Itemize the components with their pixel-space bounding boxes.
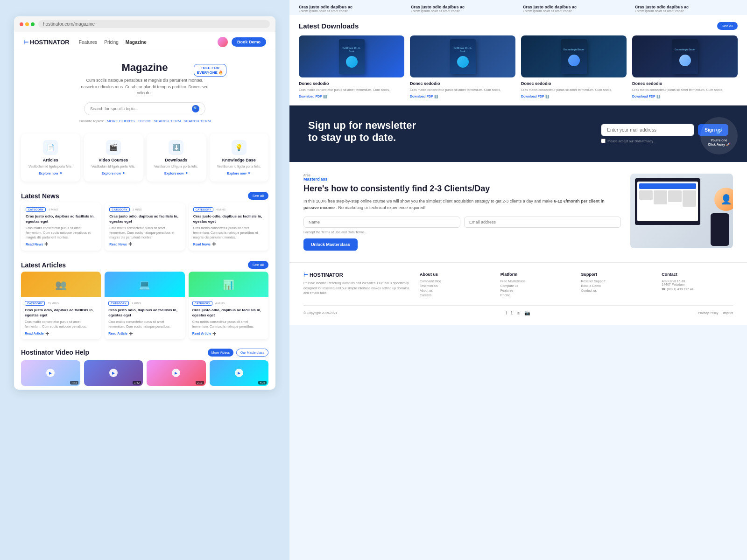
search-button[interactable]: 🔍 [192,105,199,112]
explore-articles-link[interactable]: Explore now ➤ [26,171,76,175]
top-item-title-1: Cras justo odio dapibus ac [299,5,402,9]
articles-see-all-button[interactable]: See all [248,261,268,269]
footer-policy-links: Privacy Policy Imprint [698,311,733,315]
footer-logo: ⊢ HOSTINATOR [303,272,410,278]
topic-tag-2[interactable]: EBOOK [138,119,151,123]
download-link-1[interactable]: Download PDF ℹ️ [299,95,404,98]
download-card-3: Das umliegts Binder Donec sedodio Cras m… [521,35,627,98]
imprint-link[interactable]: Imprint [723,311,733,315]
footer-col-about-title: About us [420,272,491,277]
twitter-icon[interactable]: 𝕥 [511,310,513,315]
privacy-text: Please accept our Data Privacy... [607,140,655,143]
news-read-link-3[interactable]: Read News ➕ [193,242,264,246]
video-thumb-1[interactable]: ▶ 7:43 [21,360,80,386]
explore-downloads-link[interactable]: Explore now ➤ [151,171,201,175]
footer-link-reseller-support[interactable]: Reseller Support [581,280,653,283]
cat-card-downloads[interactable]: ⬇️ Downloads Vestibulum id ligula porta … [147,133,206,182]
article-read-link-1[interactable]: Read Article ➕ [25,332,97,336]
download-link-3[interactable]: Download PDF ℹ️ [521,95,627,98]
article-card-1: 👥 CATEGORY 15 MINS Cras justo odio, dapi… [21,272,101,339]
footer-address: Am Kanal 16-18 14467 Potsdam [662,280,733,286]
top-item-2: Cras justo odio dapibus ac Lorem ipsum d… [411,5,514,13]
screen-bar-4 [683,190,696,207]
ebook-cover-3: Das umliegts Binder [561,39,587,74]
footer-col-contact: Contact Am Kanal 16-18 14467 Potsdam ☎ (… [662,272,733,298]
article-title-2: Cras justo odio, dapibus ac facilisis in… [108,308,181,318]
browser-dot-maximize[interactable] [31,22,35,26]
unlock-masterclass-button[interactable]: Unlock Masterclass [303,238,358,251]
footer-logo-icon: ⊢ [303,272,308,278]
download-cover-4: Das umliegts Binder [632,35,738,77]
video-thumb-3[interactable]: ▶ 2:11 [147,360,206,386]
article-time-1: 15 MINS [48,302,58,305]
play-button-2[interactable]: ▶ [109,369,118,377]
explore-video-link[interactable]: Explore now ➤ [89,171,139,175]
browser-dot-close[interactable] [20,22,23,26]
footer-link-compare-us[interactable]: Compare us [500,284,572,287]
cat-card-knowledge[interactable]: 💡 Knowledge Base Vestibulum id ligula po… [210,133,269,182]
video-thumb-4[interactable]: ▶ 4:37 [210,360,269,386]
cat-card-articles[interactable]: 📄 Articles Vestibulum id ligula porta fe… [21,133,80,182]
news-read-link-1[interactable]: Read News ➕ [26,242,96,246]
nav-link-magazine[interactable]: Magazine [126,40,147,45]
download-link-2[interactable]: Download PDF ℹ️ [410,95,515,98]
article-card-3: 📊 CATEGORY 4 MINS Cras justo odio, dapib… [189,272,268,339]
news-title-1: Cras justo odio, dapibus ac facilisis in… [26,214,96,224]
downloads-see-all-button[interactable]: See all [717,22,738,30]
newsletter-email-input[interactable] [601,124,694,136]
ebook-cover-4: Das umliegts Binder [672,39,698,74]
cat-card-video[interactable]: 🎬 Video Courses Vestibulum id ligula por… [84,133,143,182]
topic-tag-3[interactable]: SEARCH TERM [154,119,181,123]
browser-dot-minimize[interactable] [25,22,29,26]
article-image-3: 📊 [189,272,268,297]
download-link-4[interactable]: Download PDF ℹ️ [632,95,738,98]
footer-link-book-demo[interactable]: Book a Demo [581,284,653,287]
footer-col-contact-title: Contact [662,272,733,277]
browser-url: hostinator.com/magazine [38,20,270,28]
footer-link-pricing[interactable]: Pricing [500,294,572,297]
circle-arrow-icon: ➕ [129,332,133,336]
download-name-2: Donec sedodio [410,81,515,86]
article-desc-2: Cras mattis consectetur purus sit amet f… [108,320,181,329]
news-see-all-button[interactable]: See all [248,192,268,200]
masterclass-name-input[interactable] [303,217,460,228]
nav-link-features[interactable]: Features [79,40,97,45]
nav-link-pricing[interactable]: Pricing [104,40,119,45]
explore-knowledge-link[interactable]: Explore now ➤ [214,171,264,175]
our-masterclass-button[interactable]: Our Masterclass [236,349,268,357]
search-input[interactable] [90,106,192,111]
more-videos-button[interactable]: More Videos [208,349,233,357]
circle-arrow-icon: ➕ [128,242,133,246]
video-thumb-2[interactable]: ▶ 1:42 [84,360,143,386]
privacy-checkbox[interactable] [601,139,606,143]
nav-right: Book Demo [218,37,266,47]
article-read-link-2[interactable]: Read Article ➕ [108,332,181,336]
book-demo-button[interactable]: Book Demo [232,37,266,47]
play-button-1[interactable]: ▶ [46,369,55,377]
facebook-icon[interactable]: f [506,310,507,315]
footer-link-free-masterclass[interactable]: Free Masterclass [500,280,572,283]
video-help-header: Hostinator Video Help More Videos Our Ma… [21,349,268,357]
footer-link-about-us[interactable]: About us [420,289,491,292]
footer-link-features[interactable]: Features [500,289,572,292]
footer-link-contact-us[interactable]: Contact us [581,289,653,292]
footer-link-company-blog[interactable]: Company Blog [420,280,491,283]
play-button-4[interactable]: ▶ [235,369,243,377]
footer-link-careers[interactable]: Careers [420,294,491,297]
linkedin-icon[interactable]: in [517,310,521,315]
footer-link-testimonials[interactable]: Testimonials [420,284,491,287]
play-button-3[interactable]: ▶ [172,369,180,377]
news-category-2: CATEGORY [109,207,129,212]
avatar[interactable] [218,37,228,47]
person-avatar: 👤 [714,188,733,211]
masterclass-title: Here's how to consistently find 2-3 Clie… [303,184,621,194]
privacy-policy-link[interactable]: Privacy Policy [698,311,719,315]
masterclass-email-input[interactable] [464,217,621,228]
top-item-title-4: Cras justo odio dapibus ac [635,5,738,9]
topic-tag-1[interactable]: MORE CLIENTS [107,119,135,123]
news-read-link-2[interactable]: Read News ➕ [109,242,180,246]
article-img-placeholder-3: 📊 [189,272,268,297]
topic-tag-4[interactable]: SEARCH TERM [183,119,211,123]
instagram-icon[interactable]: 📷 [524,310,530,315]
article-read-link-3[interactable]: Read Article ➕ [192,332,265,336]
